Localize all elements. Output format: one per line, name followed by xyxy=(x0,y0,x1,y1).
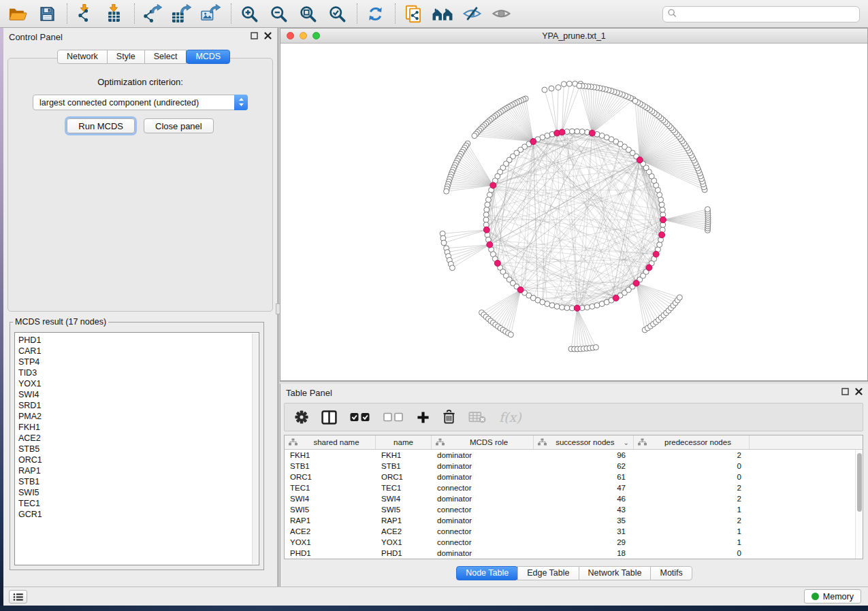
mcds-result-item[interactable]: RAP1 xyxy=(18,465,259,476)
columns-icon[interactable] xyxy=(321,410,337,425)
close-panel-button[interactable]: Close panel xyxy=(144,118,214,133)
mcds-result-item[interactable]: STB1 xyxy=(18,476,259,487)
export-image-icon[interactable] xyxy=(200,3,222,24)
mcds-result-item[interactable]: STB5 xyxy=(18,444,259,455)
tab-select[interactable]: Select xyxy=(144,50,187,64)
mcds-hub-node[interactable] xyxy=(659,232,665,238)
result-scrollbar[interactable] xyxy=(252,333,258,564)
mcds-hub-node[interactable] xyxy=(487,242,493,248)
table-row[interactable]: STB1STB1dominator620 xyxy=(285,461,855,472)
cell-successor-nodes: 43 xyxy=(534,504,626,515)
criterion-dropdown[interactable]: largest connected component (undirected) xyxy=(33,95,248,110)
mcds-result-item[interactable]: STP4 xyxy=(18,357,259,367)
mcds-result-item[interactable]: ACE2 xyxy=(18,433,259,444)
search-box[interactable] xyxy=(662,6,860,22)
table-row[interactable]: TEC1TEC1connector472 xyxy=(285,482,855,493)
mcds-result-item[interactable]: PHD1 xyxy=(18,335,259,346)
mcds-result-item[interactable]: SWI4 xyxy=(18,389,259,400)
table-row[interactable]: SWI4SWI4dominator462 xyxy=(285,493,855,504)
mcds-result-item[interactable]: TID3 xyxy=(18,367,259,378)
tab-motifs[interactable]: Motifs xyxy=(650,566,692,580)
mcds-hub-node[interactable] xyxy=(613,295,619,301)
mcds-result-item[interactable]: GCR1 xyxy=(18,509,259,520)
mcds-hub-node[interactable] xyxy=(646,265,652,271)
close-table-panel-icon[interactable] xyxy=(855,388,863,395)
cell-predecessor-nodes: 1 xyxy=(634,504,741,515)
delete-column-icon[interactable] xyxy=(443,410,455,425)
table-row[interactable]: ORC1ORC1dominator610 xyxy=(285,472,855,482)
select-all-checkboxes-icon[interactable] xyxy=(350,412,370,423)
save-session-icon[interactable] xyxy=(36,3,58,24)
network-window-titlebar[interactable]: YPA_prune.txt_1 xyxy=(280,29,867,44)
mcds-hub-node[interactable] xyxy=(517,286,524,293)
show-panels-button[interactable] xyxy=(9,590,27,604)
mcds-result-list[interactable]: PHD1CAR1STP4TID3YOX1SWI4SRD1PMA2FKH1ACE2… xyxy=(14,332,259,565)
open-file-icon[interactable] xyxy=(7,3,29,24)
table-row[interactable]: SWI5SWI5connector431 xyxy=(285,504,855,515)
tab-edge-table[interactable]: Edge Table xyxy=(517,566,579,580)
network-graph[interactable] xyxy=(280,44,867,380)
mcds-hub-node[interactable] xyxy=(660,217,666,223)
table-row[interactable]: PHD1PHD1dominator180 xyxy=(285,548,855,559)
zoom-in-icon[interactable] xyxy=(238,3,260,24)
share-document-icon[interactable] xyxy=(402,3,424,24)
scrollbar-thumb[interactable] xyxy=(857,453,862,512)
run-mcds-button[interactable]: Run MCDS xyxy=(67,118,135,133)
tab-network-table[interactable]: Network Table xyxy=(579,566,652,580)
table-row[interactable]: YOX1YOX1connector291 xyxy=(285,537,855,548)
sort-indicator-icon[interactable]: ⌄ xyxy=(624,439,629,446)
float-table-panel-icon[interactable] xyxy=(841,388,849,395)
tab-style[interactable]: Style xyxy=(107,50,145,64)
settings-icon[interactable] xyxy=(295,410,308,424)
mcds-hub-node[interactable] xyxy=(633,280,639,286)
mcds-hub-node[interactable] xyxy=(530,139,536,145)
zoom-out-icon[interactable] xyxy=(268,3,289,24)
mcds-result-item[interactable]: FKH1 xyxy=(18,422,259,433)
mcds-hub-node[interactable] xyxy=(574,305,580,311)
mcds-result-item[interactable]: SRD1 xyxy=(18,400,259,411)
column-header-MCDS-role[interactable]: MCDS role xyxy=(432,435,534,449)
column-header-shared-name[interactable]: shared name xyxy=(285,435,376,449)
table-scrollbar[interactable] xyxy=(855,450,863,559)
column-header-name[interactable]: name xyxy=(376,435,432,449)
float-panel-icon[interactable] xyxy=(251,32,258,39)
mcds-hub-node[interactable] xyxy=(494,260,500,266)
tab-node-table[interactable]: Node Table xyxy=(456,566,518,580)
column-header-successor-nodes[interactable]: successor nodes⌄ xyxy=(534,435,634,449)
mcds-result-item[interactable]: ORC1 xyxy=(18,455,259,465)
table-row[interactable]: ACE2ACE2connector311 xyxy=(285,526,855,537)
import-network-icon[interactable] xyxy=(74,3,96,24)
mcds-hub-node[interactable] xyxy=(653,251,659,257)
mcds-hub-node[interactable] xyxy=(589,130,595,136)
mcds-hub-node[interactable] xyxy=(637,157,643,163)
first-neighbors-icon[interactable] xyxy=(432,3,453,24)
deselect-all-checkboxes-icon[interactable] xyxy=(383,412,404,423)
column-header-predecessor-nodes[interactable]: predecessor nodes xyxy=(634,435,750,449)
table-row[interactable]: RAP1RAP1dominator352 xyxy=(285,515,855,526)
tab-network[interactable]: Network xyxy=(57,50,108,64)
cell-name: STB1 xyxy=(381,461,432,472)
close-panel-icon[interactable] xyxy=(264,32,272,39)
mcds-result-item[interactable]: SWI5 xyxy=(18,487,259,498)
refresh-network-icon[interactable] xyxy=(364,3,386,24)
hide-selected-icon[interactable] xyxy=(461,3,483,24)
mcds-hub-node[interactable] xyxy=(483,227,489,233)
export-table-icon[interactable] xyxy=(171,3,193,24)
zoom-fit-icon[interactable] xyxy=(297,3,319,24)
table-row[interactable]: FKH1FKH1dominator962 xyxy=(285,450,855,461)
mcds-hub-node[interactable] xyxy=(559,129,565,135)
export-network-icon[interactable] xyxy=(142,3,163,24)
import-table-icon[interactable] xyxy=(103,3,125,24)
mcds-hub-node[interactable] xyxy=(490,182,496,188)
memory-button[interactable]: Memory xyxy=(804,589,861,604)
mcds-result-item[interactable]: TEC1 xyxy=(18,498,259,509)
add-column-icon[interactable] xyxy=(417,411,430,424)
mcds-result-item[interactable]: YOX1 xyxy=(18,378,259,389)
search-input[interactable] xyxy=(680,10,855,19)
network-canvas[interactable] xyxy=(280,44,867,380)
mcds-result-item[interactable]: PMA2 xyxy=(18,411,259,422)
table-panel-titlebar: Table Panel xyxy=(280,384,868,401)
mcds-result-item[interactable]: CAR1 xyxy=(18,346,259,357)
zoom-selected-icon[interactable] xyxy=(326,3,348,24)
tab-mcds[interactable]: MCDS xyxy=(186,50,230,64)
